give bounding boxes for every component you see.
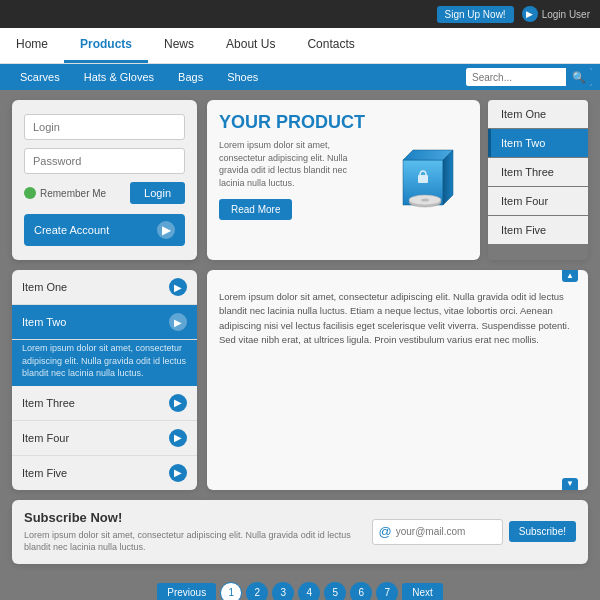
- item-left-1[interactable]: Item One ▶: [12, 270, 197, 305]
- remember-me[interactable]: Remember Me: [24, 187, 106, 199]
- nav-bar: Home Products News About Us Contacts: [0, 28, 600, 64]
- product-image: [383, 140, 463, 220]
- search-box: 🔍: [466, 68, 592, 86]
- item-right-5[interactable]: Item Five: [488, 216, 588, 244]
- item-left-4[interactable]: Item Four ▶: [12, 421, 197, 456]
- play-icon-3[interactable]: ▶: [169, 394, 187, 412]
- subscribe-button[interactable]: Subscribe!: [509, 521, 576, 542]
- item-left-2[interactable]: Item Two ▶: [12, 305, 197, 340]
- subnav-scarves[interactable]: Scarves: [8, 64, 72, 90]
- top-bar: Sign Up Now! ▶ Login User: [0, 0, 600, 28]
- password-input[interactable]: [24, 148, 185, 174]
- item-left-2-content: Lorem ipsum dolor sit amet, consectetur …: [12, 340, 197, 386]
- nav-home[interactable]: Home: [0, 28, 64, 63]
- readmore-button[interactable]: Read More: [219, 199, 292, 220]
- page-4[interactable]: 4: [298, 582, 320, 600]
- svg-rect-6: [418, 175, 428, 183]
- item-right-2[interactable]: Item Two: [488, 129, 588, 157]
- nav-aboutus[interactable]: About Us: [210, 28, 291, 63]
- page-3[interactable]: 3: [272, 582, 294, 600]
- subscribe-text: Subscribe Now! Lorem ipsum dolor sit ame…: [24, 510, 360, 554]
- item-right-4[interactable]: Item Four: [488, 187, 588, 215]
- login-box: Remember Me Login Create Account ▶: [12, 100, 197, 260]
- signup-button[interactable]: Sign Up Now!: [437, 6, 514, 23]
- create-account-icon: ▶: [157, 221, 175, 239]
- item-left-5[interactable]: Item Five ▶: [12, 456, 197, 490]
- page-6[interactable]: 6: [350, 582, 372, 600]
- login-button[interactable]: Login: [130, 182, 185, 204]
- subnav-bags[interactable]: Bags: [166, 64, 215, 90]
- search-button[interactable]: 🔍: [566, 68, 592, 86]
- play-icon-4[interactable]: ▶: [169, 429, 187, 447]
- play-icon-1[interactable]: ▶: [169, 278, 187, 296]
- item-right-3[interactable]: Item Three: [488, 158, 588, 186]
- main-content: Remember Me Login Create Account ▶ YOUR …: [0, 90, 600, 574]
- item-left-3[interactable]: Item Three ▶: [12, 386, 197, 421]
- nav-products[interactable]: Products: [64, 28, 148, 63]
- promo-image: [378, 112, 468, 248]
- content-text: Lorem ipsum dolor sit amet, consectetur …: [219, 282, 576, 347]
- next-button[interactable]: Next: [402, 583, 443, 600]
- page-7[interactable]: 7: [376, 582, 398, 600]
- scroll-top[interactable]: ▲: [562, 270, 578, 282]
- promo-text: YOUR PRODUCT Lorem ipsum dolor sit amet,…: [219, 112, 368, 248]
- page-1[interactable]: 1: [220, 582, 242, 600]
- play-icon-2[interactable]: ▶: [169, 313, 187, 331]
- email-input-wrap: @: [372, 519, 503, 545]
- nav-contacts[interactable]: Contacts: [291, 28, 370, 63]
- login-icon: ▶: [522, 6, 538, 22]
- subnav-hats[interactable]: Hats & Gloves: [72, 64, 166, 90]
- promo-title: YOUR PRODUCT: [219, 112, 368, 133]
- svg-marker-2: [443, 150, 453, 205]
- item-right-1[interactable]: Item One: [488, 100, 588, 128]
- email-input[interactable]: [396, 526, 496, 537]
- subscribe-desc: Lorem ipsum dolor sit amet, consectetur …: [24, 529, 360, 554]
- scroll-bottom[interactable]: ▼: [562, 478, 578, 490]
- items-list-right: Item One Item Two Item Three Item Four I…: [488, 100, 588, 260]
- subscribe-row: Subscribe Now! Lorem ipsum dolor sit ame…: [12, 500, 588, 564]
- content-box: ▲ Lorem ipsum dolor sit amet, consectetu…: [207, 270, 588, 490]
- login-user[interactable]: ▶ Login User: [522, 6, 590, 22]
- subscribe-form: @ Subscribe!: [372, 519, 576, 545]
- remember-radio[interactable]: [24, 187, 36, 199]
- search-input[interactable]: [466, 68, 566, 86]
- nav-news[interactable]: News: [148, 28, 210, 63]
- page-5[interactable]: 5: [324, 582, 346, 600]
- login-input[interactable]: [24, 114, 185, 140]
- play-icon-5[interactable]: ▶: [169, 464, 187, 482]
- login-options-row: Remember Me Login: [24, 182, 185, 204]
- promo-area: YOUR PRODUCT Lorem ipsum dolor sit amet,…: [207, 100, 588, 260]
- create-account-bar[interactable]: Create Account ▶: [24, 214, 185, 246]
- promo-desc: Lorem ipsum dolor sit amet, consectetur …: [219, 139, 368, 189]
- promo-box: YOUR PRODUCT Lorem ipsum dolor sit amet,…: [207, 100, 480, 260]
- at-icon: @: [379, 524, 392, 539]
- prev-button[interactable]: Previous: [157, 583, 216, 600]
- svg-point-5: [421, 199, 429, 202]
- items-list-left: Item One ▶ Item Two ▶ Lorem ipsum dolor …: [12, 270, 197, 490]
- subscribe-box: Subscribe Now! Lorem ipsum dolor sit ame…: [12, 500, 588, 564]
- subnav-shoes[interactable]: Shoes: [215, 64, 270, 90]
- sub-nav: Scarves Hats & Gloves Bags Shoes 🔍: [0, 64, 600, 90]
- page-2[interactable]: 2: [246, 582, 268, 600]
- pagination: Previous 1 2 3 4 5 6 7 Next: [0, 574, 600, 600]
- subscribe-title: Subscribe Now!: [24, 510, 360, 525]
